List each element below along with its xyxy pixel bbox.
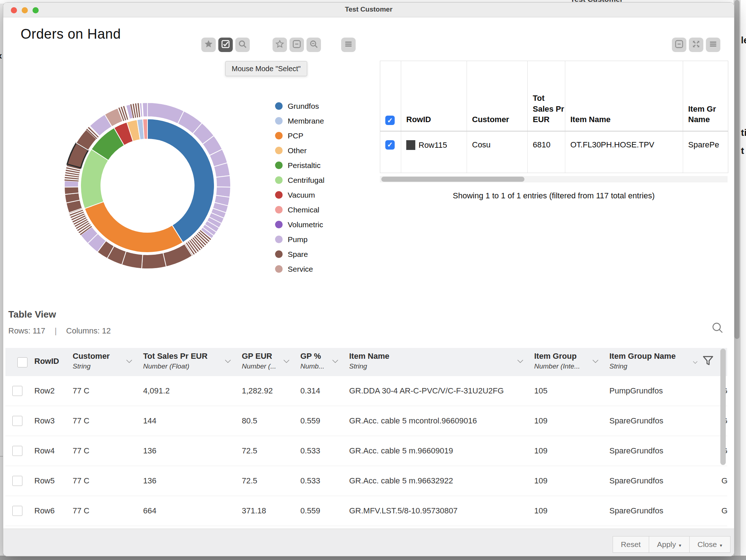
column-header[interactable]: Item Gr Name bbox=[683, 61, 728, 131]
table-cell: SpareGrundfos bbox=[604, 476, 716, 486]
table-row[interactable]: Row577 C13672.50.533GR.Acc. cable 5 m.96… bbox=[5, 466, 727, 496]
chart-legend: GrundfosMembranePCPOtherPeristalticCentr… bbox=[275, 99, 325, 276]
table-cell: 136 bbox=[138, 446, 237, 456]
legend-label: PCP bbox=[288, 132, 303, 140]
row-checkbox[interactable] bbox=[12, 386, 22, 396]
table-cell: G bbox=[716, 476, 727, 486]
legend-label: Other bbox=[288, 146, 307, 155]
legend-item[interactable]: Service bbox=[275, 262, 325, 276]
reset-button[interactable]: Reset bbox=[613, 536, 649, 553]
table-cell: 136 bbox=[138, 476, 237, 486]
column-header[interactable]: RowID bbox=[401, 61, 467, 131]
column-header-item-name[interactable]: Item NameString bbox=[344, 348, 529, 376]
column-header[interactable]: Tot Sales Pr EUR bbox=[528, 61, 565, 131]
apply-button[interactable]: Apply▾ bbox=[649, 536, 690, 553]
table-cell: G bbox=[716, 506, 727, 516]
star-outline-button[interactable] bbox=[273, 38, 287, 52]
legend-item[interactable]: Membrane bbox=[275, 113, 325, 128]
column-header-customer[interactable]: CustomerString bbox=[68, 348, 138, 376]
selection-table-header[interactable]: RowIDCustomerTot Sales Pr EURItem NameIt… bbox=[380, 61, 728, 132]
chart-segment[interactable] bbox=[65, 177, 79, 180]
table-cell: 1,282.92 bbox=[237, 386, 295, 396]
column-header[interactable]: Item Name bbox=[565, 61, 683, 131]
table-cell: 77 C bbox=[68, 386, 138, 396]
chart-segment[interactable] bbox=[142, 253, 166, 269]
column-header-item-group-name[interactable]: Item Group NameString bbox=[604, 348, 716, 376]
legend-item[interactable]: Grundfos bbox=[275, 99, 325, 113]
legend-color-dot bbox=[275, 161, 283, 169]
table-cell: Row2 bbox=[29, 386, 68, 396]
table-row[interactable]: Row677 C664371.180.559GR.MFV.LST.5/8-10.… bbox=[5, 496, 727, 526]
minimize-panel-button[interactable] bbox=[672, 38, 686, 52]
row-checkbox[interactable] bbox=[12, 416, 22, 426]
legend-item[interactable]: Spare bbox=[275, 247, 325, 262]
background-scrollbar-thumb[interactable] bbox=[734, 0, 739, 339]
close-button[interactable]: Close▾ bbox=[689, 536, 730, 553]
series-swatch bbox=[406, 140, 415, 150]
table-row[interactable]: Row277 C4,091.21,282.920.314GR.DDA 30-4 … bbox=[5, 376, 727, 406]
row-checkbox[interactable] bbox=[385, 140, 395, 150]
row-checkbox[interactable] bbox=[12, 446, 22, 456]
column-header-tot-sales-pr-eur[interactable]: Tot Sales Pr EURNumber (Float) bbox=[138, 348, 237, 376]
legend-color-dot bbox=[275, 221, 283, 228]
table-cell: 0.559 bbox=[295, 416, 344, 426]
search-icon[interactable] bbox=[711, 321, 724, 336]
filter-funnel-icon[interactable] bbox=[701, 354, 715, 369]
legend-item[interactable]: PCP bbox=[275, 128, 325, 143]
table-row[interactable]: Row477 C13672.50.533GR.Acc. cable 5 m.96… bbox=[5, 436, 727, 466]
legend-item[interactable]: Vacuum bbox=[275, 188, 325, 202]
selection-table-hscroll-thumb[interactable] bbox=[381, 177, 524, 182]
hamburger-icon bbox=[344, 39, 353, 50]
legend-item[interactable]: Volumetric bbox=[275, 217, 325, 232]
table-cell: 77 C bbox=[68, 476, 138, 486]
column-header-rowid[interactable]: RowID bbox=[29, 348, 68, 376]
column-header-item-group[interactable]: Item GroupNumber (Inte... bbox=[529, 348, 604, 376]
legend-item[interactable]: Other bbox=[275, 143, 325, 158]
star-filled-button[interactable] bbox=[201, 38, 216, 52]
collapse-box-button[interactable] bbox=[290, 38, 304, 52]
chart-segment[interactable] bbox=[142, 103, 147, 117]
legend-label: Centrifugal bbox=[288, 176, 325, 185]
table-row[interactable]: Row377 C14480.50.559GR.Acc. cable 5 mcon… bbox=[5, 406, 727, 436]
mouse-mode-select-button[interactable] bbox=[218, 38, 233, 52]
tooltip: Mouse Mode "Select" bbox=[225, 61, 307, 76]
legend-item[interactable]: Peristaltic bbox=[275, 158, 325, 173]
selection-table-row[interactable]: Row115Cosu6810OT.FL30PH.HOSE.TPVSparePe bbox=[380, 132, 728, 173]
legend-label: Vacuum bbox=[288, 191, 315, 199]
table-cell: GR.Acc. cable 5 m.96632922 bbox=[344, 476, 529, 486]
legend-label: Spare bbox=[288, 250, 308, 259]
legend-item[interactable]: Centrifugal bbox=[275, 173, 325, 188]
row-checkbox[interactable] bbox=[12, 476, 22, 486]
table-cell: Row115 bbox=[401, 132, 467, 173]
legend-color-dot bbox=[275, 117, 283, 125]
legend-item[interactable]: Chemical bbox=[275, 202, 325, 217]
main-table-scrollbar-thumb[interactable] bbox=[720, 349, 726, 465]
zoom-mode-button[interactable] bbox=[235, 38, 250, 52]
table-cell: Row3 bbox=[29, 416, 68, 426]
table-cell: 0.533 bbox=[295, 446, 344, 456]
column-header[interactable]: Customer bbox=[467, 61, 528, 131]
table-cell: 77 C bbox=[68, 446, 138, 456]
select-all-checkbox[interactable] bbox=[385, 116, 395, 125]
legend-color-dot bbox=[275, 191, 283, 199]
column-header-gp-[interactable]: GP %Numb... bbox=[295, 348, 344, 376]
title-bar[interactable]: Test Customer bbox=[3, 3, 734, 17]
select-all-header-cell[interactable] bbox=[380, 61, 401, 131]
column-header-gp-eur[interactable]: GP EURNumber (... bbox=[237, 348, 295, 376]
table-view-title: Table View bbox=[8, 309, 56, 320]
row-checkbox[interactable] bbox=[12, 506, 22, 516]
chart-segment[interactable] bbox=[64, 187, 79, 194]
chart-segment[interactable] bbox=[64, 181, 78, 187]
legend-color-dot bbox=[275, 206, 283, 214]
zoom-out-button[interactable] bbox=[306, 38, 321, 52]
legend-color-dot bbox=[275, 250, 283, 258]
expand-panel-button[interactable] bbox=[689, 38, 703, 52]
legend-label: Pump bbox=[288, 235, 308, 244]
chart-segment[interactable] bbox=[216, 176, 231, 187]
chart-menu-button[interactable] bbox=[341, 38, 356, 52]
select-all-checkbox[interactable] bbox=[17, 357, 27, 367]
panel-menu-button[interactable] bbox=[706, 38, 720, 52]
sunburst-chart[interactable] bbox=[63, 101, 232, 271]
legend-item[interactable]: Pump bbox=[275, 232, 325, 247]
checkbox-checked-icon bbox=[221, 39, 230, 50]
